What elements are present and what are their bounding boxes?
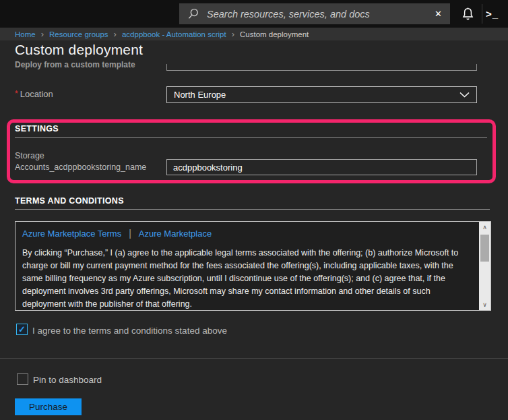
- location-selected-value: North Europe: [174, 90, 459, 100]
- page-title: Custom deployment: [15, 42, 143, 58]
- footer-divider: [0, 358, 508, 359]
- pin-to-dashboard-label: Pin to dashboard: [33, 375, 102, 385]
- chevron-right-icon: ›: [41, 30, 44, 38]
- checkmark-icon: ✓: [18, 324, 26, 334]
- topbar-divider: [482, 4, 482, 24]
- clipped-input-field[interactable]: [166, 64, 477, 71]
- terms-scroll-panel: Azure Marketplace Terms | Azure Marketpl…: [15, 221, 491, 311]
- azure-marketplace-terms-link[interactable]: Azure Marketplace Terms: [22, 229, 121, 239]
- location-dropdown[interactable]: North Europe: [166, 86, 477, 103]
- terms-body-text: By clicking “Purchase,” I (a) agree to t…: [22, 247, 472, 311]
- breadcrumb-automation-script[interactable]: acdppbook - Automation script: [122, 30, 226, 38]
- chevron-right-icon: ›: [114, 30, 117, 38]
- settings-divider: [15, 137, 487, 138]
- chevron-down-icon: [459, 92, 470, 98]
- breadcrumb-home[interactable]: Home: [15, 30, 36, 38]
- required-asterisk: *: [15, 89, 18, 98]
- purchase-button-label: Purchase: [29, 402, 67, 412]
- terms-divider: [15, 209, 490, 210]
- page-subtitle: Deploy from a custom template: [15, 60, 135, 69]
- link-separator: |: [129, 228, 131, 239]
- notifications-bell-icon[interactable]: [459, 5, 476, 24]
- storage-account-label: Storage Accounts_acdppbookstoring_name: [15, 150, 163, 173]
- pin-to-dashboard-checkbox[interactable]: [17, 373, 28, 385]
- terms-section-heading: TERMS AND CONDITIONS: [15, 196, 124, 206]
- agree-terms-checkbox[interactable]: ✓: [16, 324, 28, 335]
- breadcrumb-resource-groups[interactable]: Resource groups: [49, 30, 108, 38]
- location-label: *Location: [15, 89, 53, 99]
- breadcrumb: Home › Resource groups › acdppbook - Aut…: [0, 28, 508, 40]
- azure-marketplace-link[interactable]: Azure Marketplace: [139, 229, 212, 239]
- search-clear-icon[interactable]: ✕: [435, 9, 442, 19]
- cloud-shell-icon[interactable]: >_: [486, 5, 506, 22]
- settings-section-heading: SETTINGS: [15, 124, 59, 133]
- search-icon: [187, 7, 200, 20]
- scroll-up-icon[interactable]: ∧: [479, 222, 490, 233]
- search-placeholder: Search resources, services, and docs: [207, 9, 435, 20]
- location-label-text: Location: [20, 89, 53, 99]
- breadcrumb-current-page: Custom deployment: [240, 30, 309, 38]
- vertical-scrollbar[interactable]: ∧ ∨: [479, 222, 490, 310]
- purchase-button[interactable]: Purchase: [15, 398, 82, 415]
- global-search-box[interactable]: Search resources, services, and docs ✕: [179, 3, 450, 24]
- storage-label-line2: Accounts_acdppbookstoring_name: [15, 162, 163, 173]
- agree-terms-label: I agree to the terms and conditions stat…: [32, 326, 227, 336]
- storage-label-line1: Storage: [15, 150, 163, 162]
- chevron-right-icon: ›: [232, 30, 234, 38]
- scroll-down-icon[interactable]: ∨: [479, 299, 490, 310]
- storage-account-name-input[interactable]: [166, 159, 477, 175]
- top-bar: Search resources, services, and docs ✕ >…: [0, 0, 508, 28]
- terms-links-row: Azure Marketplace Terms | Azure Marketpl…: [22, 228, 212, 239]
- scrollbar-thumb[interactable]: [480, 235, 489, 262]
